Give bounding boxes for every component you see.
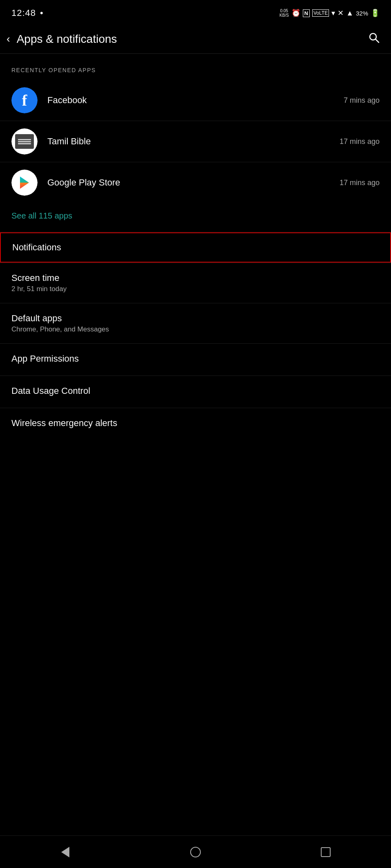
header: ‹ Apps & notifications [0,24,391,54]
app-permissions-title: App Permissions [11,353,380,364]
see-all-label: See all 115 apps [11,211,72,220]
see-all-apps-button[interactable]: See all 115 apps [0,203,391,232]
back-nav-icon [61,847,69,857]
svg-point-0 [370,33,376,40]
recent-apps-section: RECENTLY OPENED APPS f Facebook 7 mins a… [0,54,391,232]
nav-recents-button[interactable] [309,842,342,862]
screen-time-title: Screen time [11,273,380,283]
app-name-tamilbible: Tamil Bible [47,136,340,147]
battery-indicator: 32% [356,10,368,17]
app-item-facebook[interactable]: f Facebook 7 mins ago [0,80,391,121]
nfc-icon: N [303,9,310,17]
app-name-playstore: Google Play Store [47,177,340,188]
default-apps-title: Default apps [11,313,380,324]
status-right: 0.05 KB/S ⏰ N VoLTE ▾ ✕ ▲ 32% 🔋 [280,9,380,18]
signal-bars-icon: ▲ [346,9,353,18]
status-time: 12:48 [11,8,36,18]
status-left: 12:48 • [11,8,43,18]
alarm-icon: ⏰ [291,9,300,18]
nav-back-button[interactable] [49,842,82,862]
bottom-navigation [0,835,391,868]
svg-line-1 [376,40,379,43]
data-usage-title: Data Usage Control [11,386,380,396]
default-apps-sub: Chrome, Phone, and Messages [11,325,380,334]
app-time-facebook: 7 mins ago [344,96,380,105]
recent-apps-label: RECENTLY OPENED APPS [0,54,391,80]
app-name-facebook: Facebook [47,95,344,106]
search-button[interactable] [368,32,380,46]
wireless-alerts-title: Wireless emergency alerts [11,418,380,428]
status-bar: 12:48 • 0.05 KB/S ⏰ N VoLTE ▾ ✕ ▲ 32% 🔋 [0,0,391,24]
nav-home-button[interactable] [179,842,212,862]
header-left: ‹ Apps & notifications [7,33,117,46]
screen-time-menu-item[interactable]: Screen time 2 hr, 51 min today [0,263,391,303]
recents-nav-icon [321,847,331,857]
app-time-playstore: 17 mins ago [340,179,380,187]
battery-icon: 🔋 [371,9,380,18]
tamilbible-icon [11,128,38,155]
volte-icon: VoLTE [312,9,329,17]
default-apps-menu-item[interactable]: Default apps Chrome, Phone, and Messages [0,303,391,343]
wifi-icon: ▾ [331,9,335,18]
home-nav-icon [190,847,201,857]
status-dot: • [40,8,43,18]
app-item-tamilbible[interactable]: Tamil Bible 17 mins ago [0,121,391,162]
page-title: Apps & notifications [17,33,117,46]
signal-icon: ✕ [338,9,344,18]
app-permissions-menu-item[interactable]: App Permissions [0,344,391,375]
data-usage-menu-item[interactable]: Data Usage Control [0,376,391,408]
wireless-alerts-menu-item[interactable]: Wireless emergency alerts [0,408,391,440]
screen-time-sub: 2 hr, 51 min today [11,285,380,293]
app-time-tamilbible: 17 mins ago [340,137,380,146]
facebook-icon: f [11,87,38,113]
notifications-menu-item[interactable]: Notifications [0,232,391,263]
playstore-icon [11,170,38,196]
notifications-label: Notifications [12,242,61,253]
back-button[interactable]: ‹ [7,33,10,45]
app-item-playstore[interactable]: Google Play Store 17 mins ago [0,162,391,203]
data-speed: 0.05 KB/S [280,9,289,18]
